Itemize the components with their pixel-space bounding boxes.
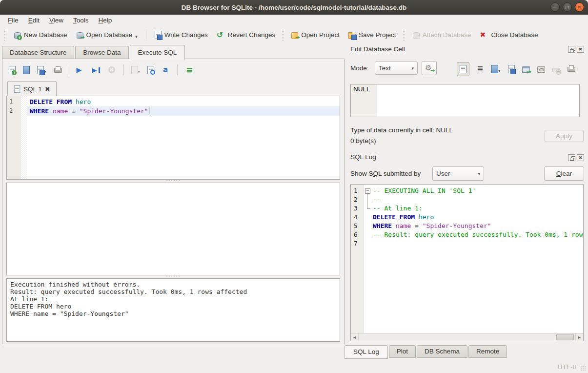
open-database-button[interactable]: Open Database <box>72 29 142 41</box>
sql-editor-toolbar <box>2 59 344 81</box>
cell-text-mode-button[interactable] <box>457 62 469 76</box>
toolbar-drag-handle <box>282 29 285 41</box>
sql-editor[interactable]: 1DELETE FROM hero2WHERE name = "Spider-Y… <box>6 96 340 180</box>
dock-tab-label: DB Schema <box>425 348 460 355</box>
line-number: 5 <box>351 222 364 230</box>
dock-tab-remote[interactable]: Remote <box>468 345 507 358</box>
new-database-button[interactable]: New Database <box>9 29 72 41</box>
sql-open-button[interactable] <box>21 64 31 76</box>
results-save-icon <box>131 66 138 74</box>
close-dock-icon[interactable] <box>577 46 584 53</box>
sql-save-icon <box>37 66 44 74</box>
line-number: 1 <box>7 97 21 106</box>
menu-edit[interactable]: Edit <box>23 16 44 25</box>
editor-line[interactable]: 2WHERE name = "Spider-Youngster" <box>7 106 340 116</box>
editor-line[interactable]: 1DELETE FROM hero <box>7 97 340 106</box>
exec-stop-button <box>106 64 118 76</box>
token: DELETE FROM <box>373 213 415 221</box>
tab-browse-data[interactable]: Browse Data <box>75 46 128 59</box>
toolbar-drag-handle <box>4 29 7 41</box>
sql-editor-lines: 1DELETE FROM hero2WHERE name = "Spider-Y… <box>7 96 340 116</box>
dock-tab-sql-log[interactable]: SQL Log <box>345 345 388 359</box>
tab-execute-sql[interactable]: Execute SQL <box>130 45 185 60</box>
cell-export-button[interactable] <box>521 64 531 74</box>
cell-import-button[interactable] <box>490 64 502 74</box>
exec-line-button[interactable] <box>91 64 102 76</box>
menubar: FileEditViewToolsHelp <box>0 15 588 26</box>
exec-line-icon <box>92 66 101 74</box>
token: WHERE <box>30 107 49 115</box>
editor-results-splitter[interactable] <box>2 180 344 183</box>
sql-save-button[interactable] <box>36 64 48 76</box>
menu-view[interactable]: View <box>44 16 68 25</box>
mode-select[interactable]: Text <box>375 62 418 75</box>
attach-database-label: Attach Database <box>423 31 471 39</box>
sql-new-tab-button[interactable] <box>7 64 17 76</box>
results-message-splitter[interactable] <box>2 275 344 278</box>
scrollbar-thumb[interactable] <box>556 334 574 340</box>
cell-save-button[interactable] <box>507 64 516 74</box>
dock-tab-plot[interactable]: Plot <box>389 345 416 358</box>
indent-lines-button[interactable] <box>183 64 195 76</box>
log-text <box>372 239 583 248</box>
open-project-button[interactable]: Open Project <box>287 29 344 41</box>
apply-button[interactable]: Apply <box>545 130 584 142</box>
line-number: 4 <box>351 213 364 222</box>
menu-tools[interactable]: Tools <box>68 16 94 25</box>
cell-print-button[interactable] <box>566 64 576 74</box>
revert-changes-button[interactable]: Revert Changes <box>212 28 280 41</box>
results-pane <box>6 183 340 275</box>
dock-tab-label: Remote <box>476 348 499 355</box>
cell-text-mode-icon <box>460 65 466 73</box>
scroll-right-icon[interactable] <box>575 333 583 341</box>
close-database-button[interactable]: Close Database <box>475 28 542 41</box>
cell-wrap-button[interactable] <box>475 64 485 74</box>
format-auto-button[interactable] <box>160 64 171 76</box>
close-icon[interactable] <box>575 2 584 12</box>
write-changes-button[interactable]: Write Changes <box>150 28 212 41</box>
line-number: 2 <box>351 195 364 204</box>
titlebar[interactable]: DB Browser for SQLite - /home/user/code/… <box>0 0 588 15</box>
cell-editor[interactable]: NULL <box>350 84 580 117</box>
minimize-icon[interactable] <box>550 2 560 12</box>
sql-log-filter-select[interactable]: User <box>432 166 484 181</box>
float-dock-icon[interactable] <box>568 46 575 53</box>
cell-print-icon <box>567 65 575 73</box>
dropdown-caret-icon <box>498 68 501 73</box>
toolbar-separator <box>177 64 178 75</box>
fold-marker[interactable] <box>364 186 372 195</box>
dropdown-caret-icon <box>135 34 138 39</box>
write-changes-label: Write Changes <box>164 31 208 39</box>
maximize-icon[interactable] <box>563 2 572 12</box>
sql-log-filter-label: Show SQL submitted by <box>350 170 421 177</box>
changes-write-icon <box>155 31 162 39</box>
dock-tab-db-schema[interactable]: DB Schema <box>417 345 467 358</box>
tab-database-structure[interactable]: Database Structure <box>2 46 74 59</box>
menu-help[interactable]: Help <box>94 16 117 25</box>
log-horizontal-scrollbar[interactable] <box>351 333 583 341</box>
token: -- EXECUTING ALL IN 'SQL 1' <box>373 187 476 194</box>
log-text: -- <box>372 195 583 204</box>
save-project-button[interactable]: Save Project <box>344 29 401 41</box>
scroll-left-icon[interactable] <box>351 333 359 341</box>
log-line: 2-- <box>351 195 583 204</box>
project-open-icon <box>291 32 298 39</box>
indent-lines-icon <box>185 66 193 74</box>
close-tab-icon[interactable] <box>45 85 50 93</box>
cell-size-info: 0 byte(s) <box>350 137 376 145</box>
resize-grip[interactable] <box>581 366 586 371</box>
cell-link-button[interactable] <box>536 64 546 74</box>
find-replace-button[interactable] <box>146 64 156 76</box>
apply-import-button[interactable] <box>422 61 437 75</box>
cell-toolbar <box>457 62 576 76</box>
close-database-label: Close Database <box>491 31 538 39</box>
sql-file-tab[interactable]: SQL 1 <box>7 81 57 96</box>
sql-print-button[interactable] <box>52 64 63 75</box>
message-line: Result: query executed successfully. Too… <box>10 288 336 295</box>
exec-all-button[interactable] <box>75 64 86 76</box>
float-dock-icon[interactable] <box>568 154 575 161</box>
clear-button[interactable]: Clear <box>544 166 584 181</box>
menu-file[interactable]: File <box>3 16 23 25</box>
close-dock-icon[interactable] <box>577 154 584 161</box>
scrollbar-track[interactable] <box>359 333 575 341</box>
